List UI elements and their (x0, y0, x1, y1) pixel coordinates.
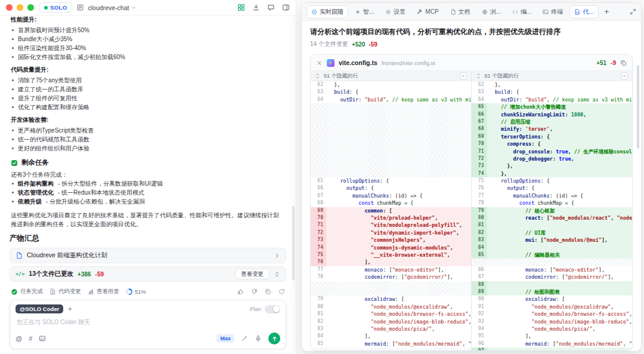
diff-row: 62 }, (472, 81, 633, 88)
diff-row: 92 "node_modules/browser-fs-access", (472, 310, 633, 318)
collapse-button[interactable]: − (621, 72, 628, 79)
tab-code[interactable]: 代... (569, 5, 598, 19)
tab-editor[interactable]: 编... (507, 5, 536, 19)
panel-layout-icon[interactable] (282, 4, 290, 11)
view-changes-button[interactable]: 查看变更 (235, 269, 270, 279)
doc-icon (450, 9, 456, 15)
chevrons-updown-icon[interactable] (274, 271, 280, 278)
summary-paragraph: 这些重构优化为项目奠定了良好的技术基础，显著提升了代码质量、性能和可维护性。建议… (11, 211, 281, 229)
download-icon[interactable] (252, 4, 260, 11)
diff-row: 80 "node_modules/@excalidraw", (311, 303, 471, 310)
task-item: 状态管理优化 - 统一Redux和本地状态使用模式 (11, 188, 281, 197)
tab-live-follow[interactable]: 实时跟随 (306, 5, 348, 19)
section-title: 性能提升: (11, 16, 281, 24)
diff-row: 70 "vite/preload-helper", (311, 214, 471, 221)
diff-row: 63 build: { (472, 88, 633, 96)
zoom-window-button[interactable] (27, 4, 34, 11)
bullet-item: Bundle大小减少35% (11, 35, 281, 44)
collapse-all-icon[interactable] (316, 60, 323, 66)
diff-row (311, 281, 471, 288)
chat-scrollbar[interactable] (292, 206, 295, 281)
collapse-button[interactable]: − (460, 72, 467, 79)
diff-row: 74 "commonjs-dynamic-modules", (311, 244, 471, 251)
changes-card[interactable]: </> 13个文件已更改 +386 -59 查看变更 (10, 266, 286, 282)
code-changes-link[interactable]: 代码变更 (49, 288, 81, 295)
diff-row: 67 // 启用压缩 (472, 118, 633, 125)
task-item: 组件架构重构 - 拆分大型组件，分离数据获取和UI逻辑 (11, 179, 281, 188)
expand-panel-icon[interactable] (630, 8, 636, 15)
chat-bubble-icon[interactable] (267, 4, 275, 11)
max-mode-badge[interactable]: Max (216, 334, 234, 343)
total-added: +520 (352, 41, 366, 48)
editor-content: 请分析这个前端项目的现有代码，分析可重构优化的点，并按照优先级进行排序 14 个… (302, 21, 641, 351)
bullet-item: 提升了组件的可复用性 (11, 94, 281, 103)
diff-file-name[interactable]: vite.config.ts (339, 59, 377, 66)
workspace-board-icon[interactable] (76, 4, 84, 11)
diff-row: 64 outDir: "build", // keep same as v3 w… (472, 96, 633, 103)
minimize-window-button[interactable] (17, 4, 23, 11)
terminal-icon (543, 9, 549, 15)
diff-row: 65 // 增加chunk大小警告阈值 (472, 103, 633, 110)
chat-bottom-section: 产物汇总 Cloudreve 前端重构优化计划 </> 13个文件已更改 +38… (0, 229, 296, 354)
diff-row: 72 drop_debugger: true, (472, 155, 633, 162)
bullet-item: 国际化文件按需加载，减少初始加载60% (11, 53, 281, 61)
image-attach-icon[interactable] (39, 335, 46, 342)
removed-count: -59 (95, 271, 104, 278)
send-button[interactable] (268, 333, 280, 344)
diff-row: 83 "node_modules/pica/", (311, 325, 471, 333)
gear-icon (385, 9, 391, 15)
diff-row (311, 140, 471, 147)
changes-meta-row: 14 个文件变更 +520 -59 (310, 40, 633, 48)
copy-file-icon[interactable] (620, 60, 627, 66)
sparkle-icon (67, 306, 73, 312)
plan-artifact-card[interactable]: Cloudreve 前端重构优化计划 (10, 248, 286, 263)
workspace-selector[interactable]: cloudreve-chat (88, 4, 137, 11)
plan-toggle[interactable] (265, 305, 280, 313)
diff-pane-new: 61 个隐藏的行−62 },63 build: {64 outDir: "bui… (472, 71, 633, 350)
tab-agent[interactable]: 智... (350, 5, 379, 19)
refresh-icon[interactable] (278, 288, 285, 295)
hashtag-icon[interactable]: # (29, 335, 32, 342)
diff-row: 78 const chunkMap = { (472, 199, 633, 207)
diff-row: 80 react: ["node_modules/react", "node_m… (472, 214, 633, 221)
tab-browser[interactable]: 浏... (477, 5, 506, 19)
bullet-item: 更严格的TypeScript类型检查 (11, 126, 281, 135)
thumbs-down-icon[interactable] (251, 288, 258, 295)
tab-settings[interactable]: 设置 (380, 5, 410, 19)
composer-header: @SOLO Coder Plan (16, 304, 280, 313)
tab-terminal[interactable]: 终端 (538, 5, 568, 19)
diff-row: 82 // UI库 (472, 229, 633, 236)
solo-badge[interactable]: SOLO (39, 2, 72, 13)
thumbs-up-icon[interactable] (237, 288, 244, 295)
composer-toolbar: @ # Max (16, 333, 280, 344)
diff-row (311, 133, 471, 140)
composer-input[interactable]: 您正在与 SOLO Coder 聊天 (17, 318, 279, 327)
diff-row: 71 drop_console: true, // 生产环境移除console (472, 148, 633, 155)
status-dot (44, 6, 48, 10)
chat-message-area[interactable]: 4. 组件性能优化 - 为关键组件添加了React.memo和useCallba… (0, 16, 296, 229)
remaining-intro: 还有3个任务待完成： (11, 170, 281, 179)
new-tab-button[interactable] (600, 7, 613, 17)
usage-link[interactable]: 查看用量 (88, 288, 119, 295)
diff-header: vite.config.ts frontend/vite.config.ts +… (311, 55, 632, 71)
editor-scrollbar[interactable] (637, 65, 639, 149)
tab-mcp[interactable]: MCP (412, 6, 443, 17)
context-usage: 51% (126, 288, 146, 295)
apps-grid-icon[interactable] (237, 4, 245, 11)
mention-icon[interactable]: @ (16, 335, 22, 342)
tab-docs[interactable]: 文档 (445, 5, 475, 19)
copy-icon[interactable] (265, 288, 271, 295)
diff-row: 79 // 核心框架 (472, 207, 633, 214)
diff-card: vite.config.ts frontend/vite.config.ts +… (310, 54, 633, 351)
diff-pane-old: 61 个隐藏的行−62 },63 build: {64 outDir: "bui… (311, 71, 472, 350)
diff-row: 79 excalidraw: [ (311, 295, 471, 303)
hidden-lines-bar[interactable]: 61 个隐藏的行− (311, 71, 471, 81)
close-window-button[interactable] (6, 4, 13, 11)
hidden-lines-bar[interactable]: 61 个隐藏的行− (472, 71, 633, 81)
diff-row (311, 103, 471, 110)
agent-chip[interactable]: @SOLO Coder (16, 304, 63, 313)
globe-icon (482, 9, 488, 15)
magic-wand-icon[interactable] (241, 335, 248, 342)
diff-row: 82 "node_modules/image-blob-reduce", (311, 318, 471, 325)
microphone-icon[interactable] (255, 335, 262, 342)
